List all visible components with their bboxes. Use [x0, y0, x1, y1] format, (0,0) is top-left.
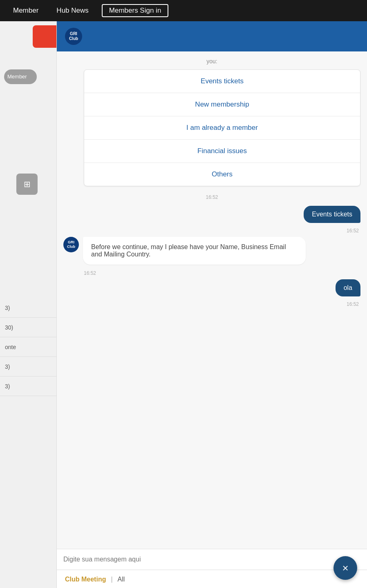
- background-grid-icon: ⊞: [16, 174, 38, 195]
- timestamp-1: 16:52: [63, 194, 360, 200]
- close-icon: ×: [342, 563, 348, 573]
- close-chat-button[interactable]: ×: [333, 556, 357, 580]
- timestamp-4: 16:52: [63, 301, 360, 307]
- user-bubble-1: Events tickets: [304, 206, 360, 223]
- nav-item-members-sign-in[interactable]: Members Sign in: [102, 4, 169, 17]
- bottom-bar-separator: |: [111, 576, 112, 583]
- chat-input-area: [57, 549, 367, 570]
- option-financial-issues[interactable]: Financial issues: [84, 140, 360, 163]
- user-message-1-wrap: Events tickets: [63, 206, 360, 223]
- bot-avatar: GRI Club: [63, 237, 79, 252]
- chat-input[interactable]: [63, 556, 360, 563]
- option-events-tickets[interactable]: Events tickets: [84, 70, 360, 93]
- bottom-bar-all-link[interactable]: All: [118, 576, 125, 583]
- chat-bottom-bar: Club Meeting | All: [57, 570, 367, 588]
- bot-intro-text: you:: [63, 58, 360, 65]
- option-new-membership[interactable]: New membership: [84, 93, 360, 116]
- user-message-2-wrap: ola: [63, 279, 360, 296]
- bottom-bar-club-meeting-link[interactable]: Club Meeting: [65, 576, 106, 583]
- timestamp-3: 16:52: [63, 270, 360, 276]
- user-bubble-2: ola: [336, 279, 360, 296]
- chat-messages-area[interactable]: you: Events tickets New membership I am …: [57, 51, 367, 549]
- option-others[interactable]: Others: [84, 163, 360, 186]
- background-pill-button: Member: [4, 69, 37, 84]
- chat-widget: GRI Club you: Events tickets New members…: [56, 21, 367, 588]
- bot-bubble-1: Before we continue, may I please have yo…: [83, 237, 306, 265]
- top-navigation: Member Hub News Members Sign in: [0, 0, 367, 21]
- chat-header: GRI Club: [57, 21, 367, 51]
- options-card: Events tickets New membership I am alrea…: [84, 69, 360, 186]
- nav-item-member[interactable]: Member: [8, 4, 43, 17]
- timestamp-2: 16:52: [63, 228, 360, 234]
- option-already-member[interactable]: I am already a member: [84, 116, 360, 140]
- bot-message-row: GRI Club Before we continue, may I pleas…: [63, 237, 360, 265]
- nav-item-hub-news[interactable]: Hub News: [51, 4, 93, 17]
- chat-logo: GRI Club: [65, 28, 82, 45]
